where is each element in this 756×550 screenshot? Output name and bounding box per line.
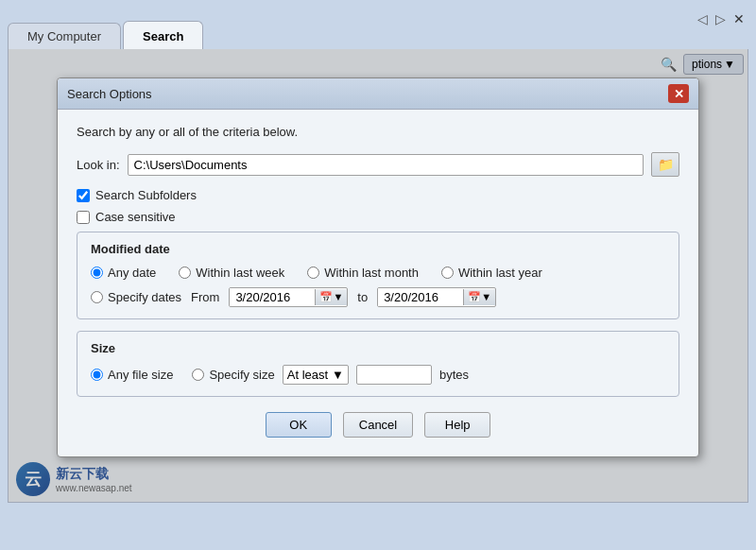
dialog-description: Search by any or all of the criteria bel… [77, 125, 679, 139]
case-sensitive-checkbox[interactable] [77, 211, 90, 224]
from-label: From [191, 290, 219, 304]
look-in-input[interactable] [128, 154, 644, 176]
within-month-radio[interactable] [307, 266, 319, 279]
dialog-overlay: Search Options ✕ Search by any or all of… [9, 49, 747, 502]
dialog-titlebar: Search Options ✕ [58, 78, 698, 110]
size-title: Size [91, 341, 665, 355]
within-month-label[interactable]: Within last month [324, 266, 419, 280]
to-calendar-button[interactable]: 📅▼ [463, 289, 495, 305]
forward-arrow-icon[interactable]: ▷ [713, 9, 728, 28]
cancel-button[interactable]: Cancel [343, 412, 413, 438]
window-close-icon[interactable]: ✕ [731, 9, 747, 28]
from-date-field: 📅▼ [229, 287, 348, 307]
modified-date-title: Modified date [91, 242, 665, 256]
look-in-label: Look in: [77, 158, 120, 172]
size-row: Any file size Specify size At least ▼ [91, 365, 665, 385]
within-week-radio[interactable] [179, 266, 191, 279]
search-subfolders-label[interactable]: Search Subfolders [95, 188, 197, 202]
browse-button[interactable]: 📁 [651, 152, 679, 177]
from-calendar-button[interactable]: 📅▼ [315, 289, 347, 305]
search-subfolders-checkbox[interactable] [77, 189, 90, 202]
search-subfolders-row: Search Subfolders [77, 188, 679, 202]
specify-dates-radio[interactable] [91, 291, 103, 303]
any-size-label[interactable]: Any file size [108, 368, 173, 382]
dialog-body: Search by any or all of the criteria bel… [58, 110, 698, 456]
dialog-title: Search Options [67, 87, 152, 101]
specify-size-radio[interactable] [192, 369, 204, 381]
any-size-radio[interactable] [91, 369, 103, 381]
size-value-input[interactable] [356, 365, 432, 385]
at-least-dropdown[interactable]: At least ▼ [283, 365, 349, 385]
within-week-radio-item: Within last week [179, 266, 284, 280]
dialog-buttons: OK Cancel Help [77, 408, 679, 441]
dialog-close-button[interactable]: ✕ [668, 84, 689, 103]
to-date-field: 📅▼ [377, 287, 496, 307]
specify-size-label[interactable]: Specify size [209, 368, 274, 382]
within-year-label[interactable]: Within last year [458, 266, 542, 280]
any-date-label[interactable]: Any date [108, 266, 156, 280]
specify-size-radio-item: Specify size [192, 368, 274, 382]
tab-search[interactable]: Search [123, 21, 203, 49]
back-arrow-icon[interactable]: ◁ [696, 9, 710, 28]
specify-dates-row: Specify dates From 📅▼ to 📅▼ [91, 287, 665, 307]
any-date-radio-item: Any date [91, 266, 156, 280]
specify-dates-radio-item: Specify dates [91, 290, 181, 304]
modified-date-section: Modified date Any date Within last week [77, 232, 679, 319]
tab-my-computer[interactable]: My Computer [8, 23, 121, 49]
specify-dates-label[interactable]: Specify dates [108, 290, 181, 304]
within-month-radio-item: Within last month [307, 266, 419, 280]
specify-size-group: Specify size At least ▼ bytes [192, 365, 469, 385]
help-button[interactable]: Help [424, 412, 490, 438]
bytes-label: bytes [439, 368, 469, 382]
ok-button[interactable]: OK [266, 412, 332, 438]
any-size-radio-item: Any file size [91, 368, 173, 382]
to-label: to [357, 290, 368, 304]
case-sensitive-row: Case sensitive [77, 210, 679, 224]
any-date-radio[interactable] [91, 266, 103, 279]
to-date-input[interactable] [378, 288, 463, 306]
case-sensitive-label[interactable]: Case sensitive [95, 210, 176, 224]
within-week-label[interactable]: Within last week [196, 266, 284, 280]
from-date-input[interactable] [230, 288, 315, 306]
within-year-radio[interactable] [441, 266, 454, 279]
search-options-dialog: Search Options ✕ Search by any or all of… [57, 77, 699, 457]
within-year-radio-item: Within last year [441, 266, 542, 280]
look-in-row: Look in: 📁 [77, 152, 679, 177]
size-section: Size Any file size Specify size [77, 331, 679, 397]
date-radio-row1: Any date Within last week Within last mo… [91, 266, 665, 280]
folder-icon: 📁 [658, 157, 674, 172]
main-area: 🔍 ptions ▼ Search Options ✕ Search by an… [8, 49, 748, 503]
